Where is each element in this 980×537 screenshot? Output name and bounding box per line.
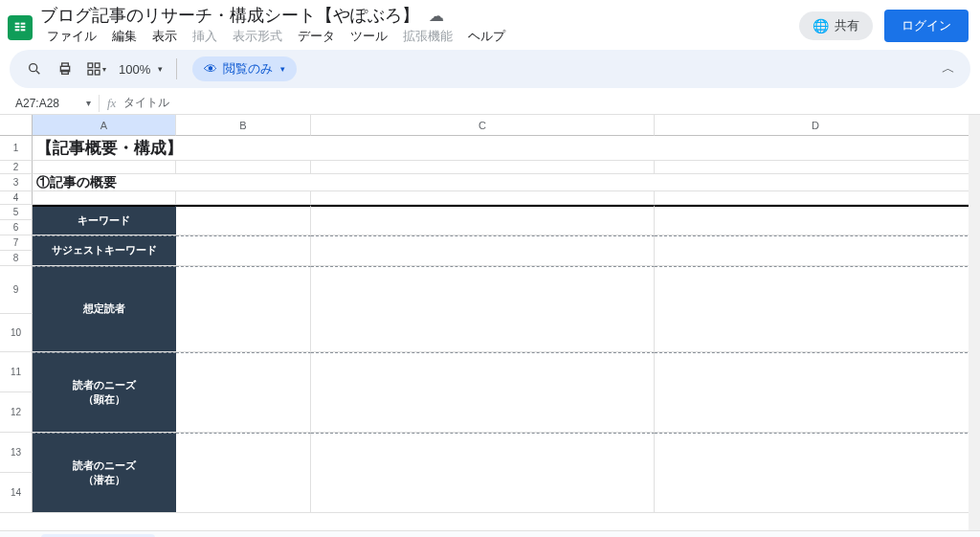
row-header-2[interactable]: 2 bbox=[0, 161, 33, 174]
cell[interactable] bbox=[176, 352, 311, 432]
heading-cell-row1[interactable]: 【記事概要・構成】 bbox=[33, 136, 977, 160]
sheet-tab-bar: ≡ 記事概要・構成▾競合リサーチ▾ bbox=[0, 530, 980, 537]
svg-rect-13 bbox=[95, 63, 100, 68]
view-only-label: 閲覧のみ bbox=[223, 60, 273, 78]
cell[interactable] bbox=[655, 266, 977, 351]
cell[interactable] bbox=[311, 161, 655, 173]
print-icon[interactable] bbox=[52, 56, 78, 82]
cell[interactable] bbox=[176, 433, 311, 512]
svg-rect-3 bbox=[15, 26, 20, 28]
search-icon[interactable] bbox=[21, 56, 48, 82]
cell[interactable] bbox=[311, 205, 655, 235]
eye-icon: 👁 bbox=[204, 61, 217, 77]
row-header-7[interactable]: 7 bbox=[0, 235, 33, 251]
svg-rect-10 bbox=[62, 63, 69, 66]
toolbar: ▾ 100%▾ 👁 閲覧のみ ▾ ︿ bbox=[10, 50, 970, 88]
cell[interactable] bbox=[655, 433, 977, 512]
row-header-10[interactable]: 10 bbox=[0, 314, 33, 352]
row-header-8[interactable]: 8 bbox=[0, 251, 33, 266]
share-label: 共有 bbox=[835, 17, 859, 34]
cell[interactable] bbox=[33, 191, 176, 204]
label-cell-row13[interactable]: 読者のニーズ（潜在） bbox=[33, 433, 176, 512]
row-header-5[interactable]: 5 bbox=[0, 205, 33, 220]
label-cell-row9[interactable]: 想定読者 bbox=[33, 266, 176, 351]
cloud-status-icon: ☁ bbox=[429, 7, 444, 25]
menu-表示[interactable]: 表示 bbox=[145, 26, 184, 47]
col-header-B[interactable]: B bbox=[176, 115, 311, 136]
svg-rect-1 bbox=[15, 23, 20, 25]
fx-icon: fx bbox=[107, 96, 116, 111]
svg-rect-2 bbox=[21, 23, 26, 25]
cell[interactable] bbox=[176, 161, 311, 173]
spreadsheet-grid[interactable]: 1234567891011121314 ABCD 【記事概要・構成】①記事の概要… bbox=[0, 115, 980, 530]
col-header-D[interactable]: D bbox=[655, 115, 977, 136]
cell[interactable] bbox=[655, 191, 977, 204]
sheets-logo[interactable] bbox=[8, 15, 33, 40]
menu-拡張機能: 拡張機能 bbox=[396, 26, 459, 47]
menu-ファイル[interactable]: ファイル bbox=[40, 26, 103, 47]
row-header-6[interactable]: 6 bbox=[0, 220, 33, 235]
menu-挿入: 挿入 bbox=[186, 26, 224, 47]
menu-データ[interactable]: データ bbox=[291, 26, 342, 47]
row-header-12[interactable]: 12 bbox=[0, 392, 33, 433]
row-header-9[interactable]: 9 bbox=[0, 266, 33, 314]
svg-rect-4 bbox=[21, 26, 26, 28]
globe-icon: 🌐 bbox=[813, 18, 829, 34]
cell[interactable] bbox=[311, 266, 655, 351]
cell[interactable] bbox=[311, 352, 655, 432]
label-cell-row5[interactable]: キーワード bbox=[33, 205, 176, 235]
select-all-corner[interactable] bbox=[0, 115, 33, 136]
cell[interactable] bbox=[655, 352, 977, 432]
menu-bar: ファイル編集表示挿入表示形式データツール拡張機能ヘルプ bbox=[40, 26, 799, 47]
svg-line-8 bbox=[36, 71, 39, 74]
col-header-A[interactable]: A bbox=[33, 115, 176, 136]
formula-bar: A27:A28 ▾ fx タイトル bbox=[0, 92, 980, 115]
col-header-C[interactable]: C bbox=[311, 115, 655, 136]
cell[interactable] bbox=[655, 205, 977, 235]
row-header-13[interactable]: 13 bbox=[0, 433, 33, 473]
heading-cell-row3[interactable]: ①記事の概要 bbox=[33, 174, 977, 190]
row-header-1[interactable]: 1 bbox=[0, 136, 33, 161]
svg-rect-15 bbox=[95, 70, 100, 75]
row-header-3[interactable]: 3 bbox=[0, 174, 33, 191]
name-box-dropdown-icon[interactable]: ▾ bbox=[86, 98, 91, 108]
menu-表示形式: 表示形式 bbox=[226, 26, 289, 47]
cell[interactable] bbox=[33, 161, 176, 173]
cell[interactable] bbox=[311, 235, 655, 265]
cell[interactable] bbox=[655, 235, 977, 265]
menu-ツール[interactable]: ツール bbox=[344, 26, 394, 47]
doc-title[interactable]: ブログ記事のリサーチ・構成シート【やぽぶろ】 bbox=[40, 4, 419, 27]
label-cell-row11[interactable]: 読者のニーズ（顕在） bbox=[33, 352, 176, 432]
row-header-11[interactable]: 11 bbox=[0, 352, 33, 392]
cell[interactable] bbox=[176, 266, 311, 351]
cell[interactable] bbox=[176, 235, 311, 265]
svg-rect-12 bbox=[88, 63, 93, 68]
svg-rect-6 bbox=[21, 29, 26, 31]
cell[interactable] bbox=[655, 161, 977, 173]
label-cell-row7[interactable]: サジェストキーワード bbox=[33, 235, 176, 265]
cell[interactable] bbox=[311, 433, 655, 512]
cell[interactable] bbox=[176, 205, 311, 235]
menu-編集[interactable]: 編集 bbox=[105, 26, 144, 47]
share-button[interactable]: 🌐 共有 bbox=[799, 11, 873, 40]
menu-ヘルプ[interactable]: ヘルプ bbox=[461, 26, 512, 47]
cell[interactable] bbox=[176, 191, 311, 204]
login-button[interactable]: ログイン bbox=[884, 10, 969, 42]
cell[interactable] bbox=[311, 191, 655, 204]
svg-rect-11 bbox=[62, 70, 69, 74]
filter-icon[interactable]: ▾ bbox=[82, 56, 109, 82]
zoom-select[interactable]: 100%▾ bbox=[113, 62, 168, 77]
svg-rect-14 bbox=[88, 70, 93, 75]
view-only-badge[interactable]: 👁 閲覧のみ ▾ bbox=[192, 56, 297, 81]
collapse-toolbar-icon[interactable]: ︿ bbox=[938, 56, 959, 81]
row-header-4[interactable]: 4 bbox=[0, 191, 33, 205]
svg-rect-5 bbox=[15, 29, 20, 31]
formula-input[interactable]: タイトル bbox=[123, 95, 970, 111]
vertical-scrollbar[interactable] bbox=[969, 115, 980, 530]
name-box[interactable]: A27:A28 bbox=[10, 95, 84, 112]
row-header-14[interactable]: 14 bbox=[0, 473, 33, 513]
svg-point-7 bbox=[30, 64, 37, 72]
